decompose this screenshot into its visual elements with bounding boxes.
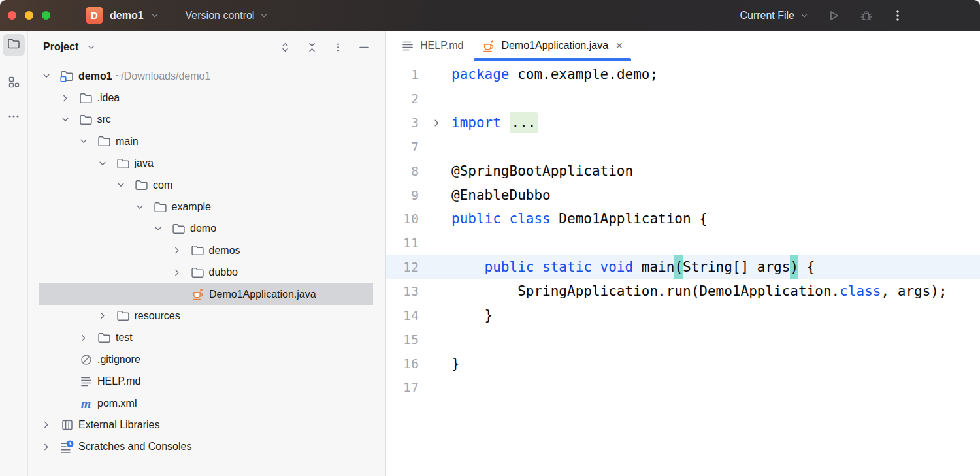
close-window-button[interactable]: [8, 11, 16, 20]
code-line-7[interactable]: 7: [386, 135, 980, 159]
chevron-down-icon[interactable]: [154, 224, 163, 234]
tree-item-main[interactable]: main: [39, 131, 373, 152]
code-text: public static void main(String[] args) {: [448, 259, 980, 275]
maven-file-icon: m: [79, 396, 93, 410]
tree-item-label: test: [116, 332, 133, 343]
chevron-down-icon[interactable]: [79, 136, 88, 146]
project-widget[interactable]: D demo1: [86, 7, 159, 24]
code-line-12[interactable]: 12 public static void main(String[] args…: [386, 255, 980, 279]
structure-tool-button[interactable]: [3, 72, 25, 95]
chevron-down-icon[interactable]: [86, 42, 96, 52]
chevron-down-icon: [150, 11, 159, 20]
hide-icon[interactable]: [359, 42, 370, 53]
tree-item-external-libraries[interactable]: External Libraries: [39, 414, 373, 436]
line-number[interactable]: 14: [386, 308, 425, 323]
tree-item-label: java: [135, 157, 154, 169]
collapse-all-icon[interactable]: [306, 42, 318, 53]
code-line-17[interactable]: 17: [386, 375, 980, 400]
code-line-2[interactable]: 2: [386, 87, 980, 111]
expand-all-icon[interactable]: [280, 42, 291, 53]
run-configuration-label: Current File: [740, 10, 794, 22]
code-line-8[interactable]: 8@SpringBootApplication: [386, 159, 980, 183]
tree-item-demo1[interactable]: demo1 ~/Downloads/demo1: [39, 65, 373, 87]
tab-label: Demo1Application.java: [501, 40, 608, 52]
chevron-right-icon[interactable]: [172, 268, 182, 278]
line-number[interactable]: 7: [386, 139, 425, 155]
vcs-widget[interactable]: Version control: [186, 10, 269, 22]
tree-item-label: Scratches and Consoles: [78, 441, 191, 452]
chevron-down-icon[interactable]: [98, 159, 107, 168]
tree-item-demo[interactable]: demo: [39, 218, 373, 240]
chevron-right-icon[interactable]: [42, 442, 51, 452]
tree-item-test[interactable]: test: [39, 327, 373, 349]
tree-item-src[interactable]: src: [39, 109, 373, 131]
code-line-3[interactable]: 3import ...: [386, 111, 980, 135]
debug-icon[interactable]: [858, 8, 874, 24]
line-number[interactable]: 13: [386, 283, 425, 299]
line-number[interactable]: 3: [386, 115, 425, 131]
tab-demo1application-java[interactable]: Demo1Application.java ✕: [472, 31, 632, 61]
more-vertical-icon[interactable]: [891, 9, 904, 22]
code-line-9[interactable]: 9@EnableDubbo: [386, 183, 980, 207]
tree-item-resources[interactable]: resources: [39, 305, 373, 326]
ide-window: D demo1 Version control Current File: [0, 0, 980, 476]
more-vertical-icon[interactable]: [333, 42, 343, 52]
tree-item-help-md[interactable]: HELP.md: [39, 370, 373, 392]
library-icon: [60, 418, 74, 432]
code-line-11[interactable]: 11: [386, 231, 980, 255]
tree-item--idea[interactable]: .idea: [39, 87, 373, 108]
chevron-down-icon[interactable]: [61, 115, 70, 125]
code-line-13[interactable]: 13 SpringApplication.run(Demo1Applicatio…: [386, 279, 980, 304]
tree-item-demo1application-java[interactable]: Demo1Application.java: [39, 283, 373, 305]
tree-item-com[interactable]: com: [39, 174, 373, 196]
tree-item--gitignore[interactable]: .gitignore: [39, 349, 373, 370]
zoom-window-button[interactable]: [42, 11, 50, 20]
line-number[interactable]: 10: [386, 211, 425, 227]
chevron-down-icon[interactable]: [135, 202, 144, 212]
tree-item-dubbo[interactable]: dubbo: [39, 262, 373, 283]
code-line-10[interactable]: 10public class Demo1Application {: [386, 207, 980, 231]
tree-item-scratches-and-consoles[interactable]: Scratches and Consoles: [39, 436, 373, 458]
line-number[interactable]: 1: [386, 67, 425, 82]
chevron-right-icon[interactable]: [42, 420, 51, 430]
more-tools-button[interactable]: [3, 104, 25, 126]
chevron-down-icon[interactable]: [42, 71, 51, 81]
tree-item-pom-xml[interactable]: mpom.xml: [39, 392, 373, 414]
tree-item-label: .gitignore: [97, 354, 140, 366]
code-line-16[interactable]: 16}: [386, 351, 980, 375]
project-tool-button[interactable]: [3, 34, 25, 56]
project-logo-icon: D: [86, 7, 103, 24]
chevron-right-icon[interactable]: [172, 246, 182, 255]
folder-icon: [97, 135, 111, 148]
chevron-right-icon[interactable]: [61, 93, 70, 103]
code-line-14[interactable]: 14 }: [386, 303, 980, 327]
tree-item-demos[interactable]: demos: [39, 240, 373, 261]
chevron-right-icon[interactable]: [98, 311, 107, 321]
line-number[interactable]: 16: [386, 356, 425, 372]
tab-help-md[interactable]: HELP.md: [391, 31, 472, 61]
minimize-window-button[interactable]: [25, 11, 33, 20]
line-number[interactable]: 11: [386, 235, 425, 251]
line-number[interactable]: 9: [386, 187, 425, 203]
run-icon[interactable]: [826, 8, 841, 24]
line-number[interactable]: 2: [386, 91, 425, 106]
line-number[interactable]: 12: [386, 259, 425, 275]
chevron-down-icon[interactable]: [116, 180, 125, 190]
run-configuration-widget[interactable]: Current File: [740, 10, 809, 22]
java-class-icon: [191, 287, 204, 301]
fold-expand-icon[interactable]: [425, 118, 448, 128]
code-line-1[interactable]: 1package com.example.demo;: [386, 63, 980, 87]
code-area[interactable]: 1package com.example.demo;23import ...78…: [386, 61, 980, 476]
tree-item-label: .idea: [97, 92, 120, 104]
tree-item-java[interactable]: java: [39, 153, 373, 174]
code-text: @SpringBootApplication: [448, 163, 980, 179]
line-number[interactable]: 17: [386, 379, 425, 395]
tree-item-example[interactable]: example: [39, 196, 373, 217]
close-icon[interactable]: ✕: [615, 41, 623, 50]
code-line-15[interactable]: 15: [386, 327, 980, 351]
chevron-right-icon[interactable]: [79, 333, 88, 343]
chevron-down-icon: [259, 11, 269, 20]
line-number[interactable]: 15: [386, 332, 425, 347]
panel-header-actions: [280, 42, 370, 53]
line-number[interactable]: 8: [386, 163, 425, 179]
